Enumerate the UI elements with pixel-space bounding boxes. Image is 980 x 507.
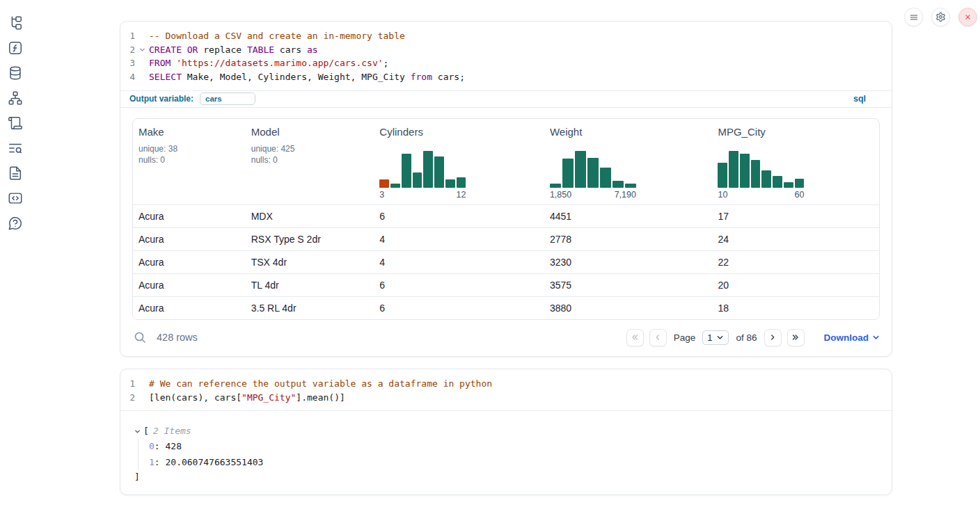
table-cell: Acura — [133, 257, 246, 268]
line-number: 2 — [120, 43, 135, 57]
fold-gutter — [135, 70, 149, 84]
page-total-label: of 86 — [736, 332, 757, 343]
column-histogram — [718, 151, 804, 188]
python-editor[interactable]: 1# We can reference the output variable … — [120, 369, 892, 410]
fold-gutter — [135, 377, 149, 391]
histogram-bar — [562, 159, 574, 188]
histogram-bar — [740, 154, 750, 188]
download-button[interactable]: Download — [824, 332, 880, 343]
search-icon[interactable] — [132, 330, 148, 345]
table-footer: 428 rows Page 1 of 86 Download — [132, 325, 880, 349]
sql-cell-footer: Output variable: sql — [120, 90, 892, 108]
close-button[interactable] — [958, 8, 977, 26]
help-icon[interactable] — [8, 215, 24, 231]
page-select-value: 1 — [707, 332, 712, 343]
table-cell: 17 — [712, 211, 879, 222]
row-count: 428 rows — [157, 332, 198, 343]
table-row[interactable]: AcuraTSX 4dr4323022 — [133, 250, 879, 273]
histogram-bar — [402, 154, 411, 188]
settings-button[interactable] — [931, 8, 950, 26]
table-cell: 24 — [712, 234, 879, 245]
line-number: 4 — [120, 70, 135, 84]
histogram-bar — [423, 151, 433, 188]
chevron-down-icon — [716, 334, 724, 341]
table-cell: 3.5 RL 4dr — [246, 303, 374, 314]
datasources-icon[interactable] — [8, 65, 24, 81]
histogram-bar — [795, 179, 805, 188]
column-name: Model — [251, 125, 369, 139]
code-line: 4SELECT Make, Model, Cylinders, Weight, … — [120, 70, 892, 84]
next-page-button[interactable] — [764, 329, 782, 346]
table-cell: TSX 4dr — [246, 257, 374, 268]
line-number: 1 — [120, 377, 135, 391]
output-variable-input[interactable] — [200, 92, 255, 105]
output-entry: 0: 428 — [149, 439, 892, 455]
snippets-icon[interactable] — [8, 190, 24, 206]
last-page-button[interactable] — [787, 329, 805, 346]
column-header-weight[interactable]: Weight1,8507,190 — [544, 119, 713, 204]
table-row[interactable]: AcuraMDX6445117 — [133, 204, 879, 227]
logs-icon[interactable] — [8, 140, 24, 156]
menu-button[interactable] — [904, 8, 923, 26]
table-row[interactable]: AcuraRSX Type S 2dr4277824 — [133, 227, 879, 250]
histogram-bar — [761, 170, 771, 188]
table-cell: TL 4dr — [246, 280, 374, 291]
page-label: Page — [674, 332, 696, 343]
column-header-make[interactable]: Makeunique: 38nulls: 0 — [133, 119, 246, 204]
histogram-axis: 1,8507,190 — [550, 190, 636, 200]
histogram-bar — [773, 176, 782, 188]
histogram-bar — [575, 151, 586, 188]
collapse-toggle-icon[interactable] — [134, 428, 143, 435]
documentation-icon[interactable] — [8, 165, 24, 181]
table-cell: 3880 — [544, 303, 713, 314]
column-header-mpg_city[interactable]: MPG_City1060 — [712, 119, 879, 204]
code-text: -- Download a CSV and create an in-memor… — [149, 29, 405, 43]
histogram-bar — [550, 184, 561, 188]
line-number: 3 — [120, 56, 135, 70]
table-cell: RSX Type S 2dr — [246, 234, 374, 245]
table-cell: 2778 — [544, 234, 713, 245]
fold-gutter — [135, 391, 149, 405]
code-line: 2CREATE OR replace TABLE cars as — [120, 43, 892, 57]
column-name: Cylinders — [379, 125, 539, 139]
histogram-bar — [600, 168, 611, 188]
histogram-bar — [379, 179, 389, 188]
fold-gutter — [135, 56, 149, 70]
fold-gutter — [135, 29, 149, 43]
histogram-bar — [434, 156, 444, 188]
table-cell: 3230 — [544, 257, 713, 268]
first-page-button[interactable] — [626, 329, 644, 346]
column-header-model[interactable]: Modelunique: 425nulls: 0 — [246, 119, 374, 204]
table-cell: 20 — [712, 280, 879, 291]
table-cell: 6 — [374, 211, 544, 222]
functions-icon[interactable] — [8, 40, 24, 56]
histogram-axis: 1060 — [718, 190, 804, 200]
scratchpad-icon[interactable] — [8, 115, 24, 131]
histogram-bar — [729, 151, 738, 188]
code-text: # We can reference the output variable a… — [149, 377, 492, 391]
table-row[interactable]: Acura3.5 RL 4dr6388018 — [133, 296, 879, 319]
page-select[interactable]: 1 — [702, 330, 729, 345]
sql-editor[interactable]: 1-- Download a CSV and create an in-memo… — [120, 22, 892, 90]
fold-chevron-icon[interactable] — [135, 43, 149, 57]
table-header-row: Makeunique: 38nulls: 0Modelunique: 425nu… — [133, 119, 879, 204]
previous-page-button[interactable] — [649, 329, 667, 346]
code-text: FROM 'https://datasets.marimo.app/cars.c… — [149, 56, 388, 70]
table-row[interactable]: AcuraTL 4dr6357520 — [133, 273, 879, 296]
column-name: MPG_City — [718, 125, 874, 139]
file-tree-icon[interactable] — [8, 15, 24, 31]
column-header-cylinders[interactable]: Cylinders312 — [374, 119, 544, 204]
output-entries: 0: 4281: 20.060747663551403 — [138, 439, 892, 470]
dependency-graph-icon[interactable] — [8, 90, 24, 106]
output-close-bracket: ] — [134, 470, 892, 484]
histogram-bar — [612, 181, 624, 188]
code-line: 3FROM 'https://datasets.marimo.app/cars.… — [120, 56, 892, 70]
table-cell: 6 — [374, 303, 544, 314]
python-output: [ 2 Items 0: 4281: 20.060747663551403 ] — [120, 411, 892, 484]
histogram-axis: 312 — [379, 190, 466, 200]
column-stats: unique: 38nulls: 0 — [139, 143, 240, 166]
code-text: [len(cars), cars["MPG_City"].mean()] — [149, 391, 345, 405]
code-line: 1-- Download a CSV and create an in-memo… — [120, 29, 892, 43]
histogram-bar — [718, 163, 727, 188]
table-cell: Acura — [133, 303, 246, 314]
